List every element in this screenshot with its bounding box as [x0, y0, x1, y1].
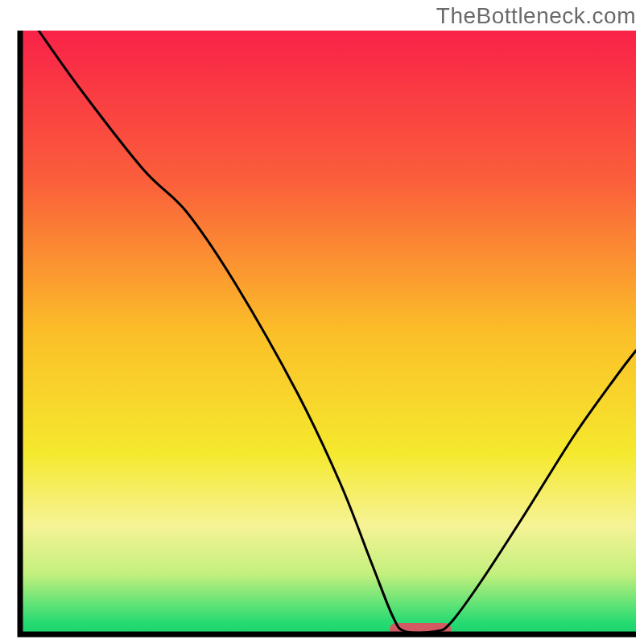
plot-background [20, 31, 636, 634]
watermark: TheBottleneck.com [436, 3, 636, 29]
chart-container: TheBottleneck.com [0, 0, 644, 644]
bottleneck-chart [0, 0, 644, 644]
